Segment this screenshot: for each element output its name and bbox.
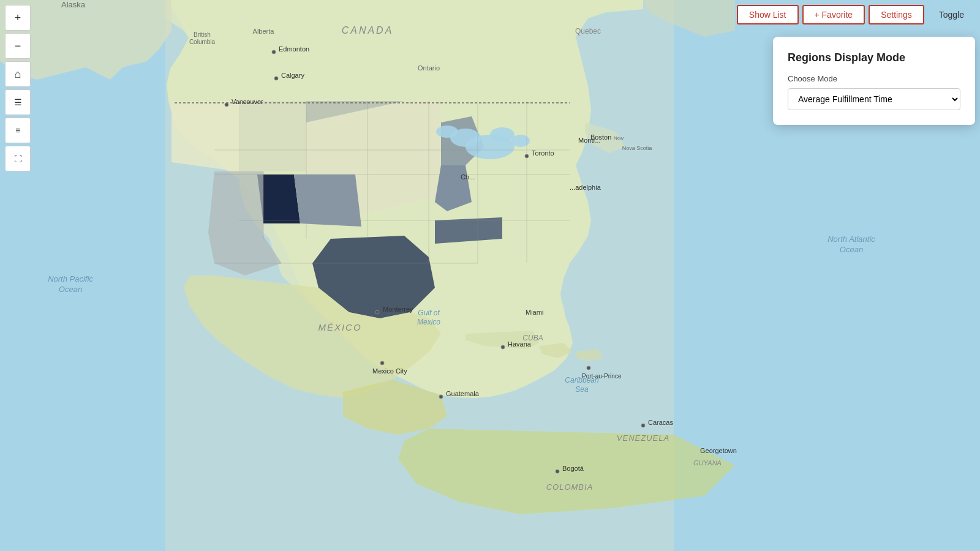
toggle-button[interactable]: Toggle [928, 6, 975, 23]
menu-button[interactable]: ≡ [5, 118, 31, 143]
svg-text:Gulf of: Gulf of [418, 309, 440, 317]
svg-point-5 [511, 135, 530, 147]
home-icon: ⌂ [15, 68, 21, 81]
svg-text:North Atlantic: North Atlantic [827, 234, 875, 244]
svg-text:Ch...: Ch... [461, 173, 475, 181]
toolbar: Show List + Favorite Settings Toggle [737, 5, 975, 24]
svg-text:Sea: Sea [575, 385, 589, 394]
svg-text:Mexico City: Mexico City [372, 367, 407, 375]
sidebar-controls: + − ⌂ ☰ ≡ ⛶ [5, 5, 31, 171]
zoom-out-button[interactable]: − [5, 33, 31, 59]
svg-text:Guatemala: Guatemala [446, 390, 480, 397]
svg-text:Montr...: Montr... [578, 137, 601, 144]
svg-text:British: British [194, 31, 211, 38]
svg-text:Mexico: Mexico [417, 318, 440, 326]
svg-text:VENEZUELA: VENEZUELA [617, 433, 669, 443]
svg-point-43 [525, 154, 529, 158]
settings-panel-title: Regions Display Mode [788, 51, 960, 64]
settings-button[interactable]: Settings [869, 5, 924, 24]
svg-point-63 [556, 470, 559, 473]
svg-text:...adelphia: ...adelphia [570, 184, 601, 191]
svg-text:Ontario: Ontario [418, 64, 440, 72]
mode-select[interactable]: Average Fulfillment TimeOrder CountReven… [788, 88, 960, 110]
svg-text:Columbia: Columbia [189, 39, 216, 45]
svg-point-58 [587, 366, 590, 370]
fullscreen-icon: ⛶ [14, 154, 22, 163]
zoom-in-button[interactable]: + [5, 5, 31, 31]
svg-point-4 [490, 127, 514, 142]
list-view-button[interactable]: ☰ [5, 89, 31, 115]
svg-text:Edmonton: Edmonton [279, 45, 309, 53]
svg-text:New: New [614, 135, 624, 141]
svg-text:Port-au-Prince: Port-au-Prince [582, 373, 622, 380]
svg-point-50 [501, 345, 505, 349]
svg-text:Monterrey: Monterrey [383, 305, 413, 313]
svg-point-54 [375, 310, 379, 314]
svg-text:CANADA: CANADA [342, 25, 394, 36]
svg-point-39 [274, 77, 278, 80]
svg-text:Toronto: Toronto [532, 149, 554, 157]
svg-text:Vancouver: Vancouver [232, 98, 263, 105]
svg-text:Calgary: Calgary [281, 72, 304, 79]
home-button[interactable]: ⌂ [5, 61, 31, 87]
svg-text:Alaska: Alaska [61, 0, 86, 9]
menu-icon: ≡ [15, 126, 20, 135]
svg-text:Ocean: Ocean [59, 285, 82, 294]
svg-text:GUYANA: GUYANA [693, 459, 722, 467]
svg-text:Bogotá: Bogotá [562, 465, 584, 472]
svg-point-52 [380, 361, 384, 365]
svg-text:Havana: Havana [508, 340, 532, 348]
svg-text:North Pacific: North Pacific [48, 274, 93, 283]
svg-text:Ocean: Ocean [840, 245, 863, 254]
fullscreen-button[interactable]: ⛶ [5, 146, 31, 171]
svg-text:MÉXICO: MÉXICO [318, 322, 361, 332]
svg-point-3 [436, 126, 458, 138]
svg-text:Caracas: Caracas [648, 419, 673, 426]
svg-text:COLOMBIA: COLOMBIA [546, 482, 594, 492]
svg-text:Miami: Miami [526, 309, 543, 316]
svg-text:Nova Scotia: Nova Scotia [622, 145, 652, 151]
choose-mode-label: Choose Mode [788, 74, 960, 83]
svg-text:Georgetown: Georgetown [700, 447, 737, 454]
show-list-button[interactable]: Show List [737, 5, 799, 24]
svg-point-60 [641, 424, 645, 427]
list-icon: ☰ [14, 97, 22, 107]
svg-point-56 [439, 395, 443, 399]
svg-text:Alberta: Alberta [253, 28, 275, 35]
favorite-button[interactable]: + Favorite [802, 5, 865, 24]
svg-text:Quebec: Quebec [575, 27, 601, 36]
svg-point-41 [225, 103, 228, 107]
settings-panel: Regions Display Mode Choose Mode Average… [773, 37, 975, 125]
svg-point-37 [272, 50, 276, 54]
